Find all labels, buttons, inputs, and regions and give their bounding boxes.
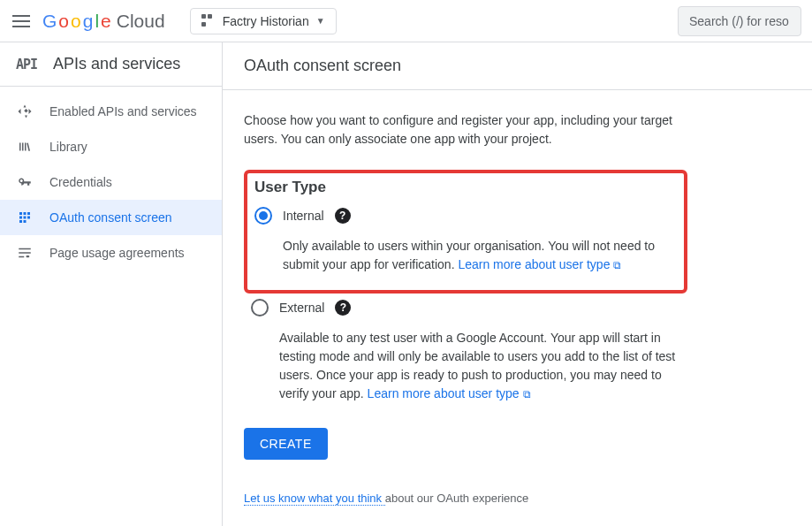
project-name: Factry Historian [223,14,309,28]
radio-option-internal: Internal ? Only available to users withi… [254,207,677,274]
help-icon[interactable]: ? [335,208,351,224]
content-area: OAuth consent screen Choose how you want… [223,42,812,526]
internal-description: Only available to users within your orga… [283,237,677,274]
content-header: OAuth consent screen [223,42,812,90]
create-button[interactable]: CREATE [244,428,328,460]
sidebar-item-library[interactable]: Library [0,129,222,164]
project-selector[interactable]: Factry Historian ▼ [190,8,337,34]
logo-cloud-text: Cloud [117,11,165,32]
highlight-box: User Type Internal ? Only available to u… [244,170,687,293]
consent-icon [16,209,34,226]
library-icon [16,138,34,156]
nav-label: Credentials [49,175,112,189]
search-placeholder: Search (/) for reso [689,14,789,28]
page-title: OAuth consent screen [244,57,791,75]
radio-option-external: External ? Available to any test user wi… [244,299,687,403]
google-cloud-logo[interactable]: Google Cloud [42,11,165,32]
nav-label: OAuth consent screen [49,210,172,225]
nav-label: Page usage agreements [49,246,185,260]
learn-more-internal-link[interactable]: Learn more about user type ⧉ [458,257,621,271]
intro-text: Choose how you want to configure and reg… [244,111,687,149]
nav-label: Library [49,140,87,154]
sidebar-item-credentials[interactable]: Credentials [0,164,222,200]
key-icon [16,173,34,191]
feedback-link[interactable]: Let us know what you think [244,492,385,506]
feedback-text: about our OAuth experience [385,492,529,505]
radio-row: Internal ? [254,207,677,225]
main-container: API APIs and services Enabled APIs and s… [0,42,812,526]
external-link-icon: ⧉ [523,386,531,402]
diamond-icon [16,103,34,120]
gear-icon [16,244,34,262]
external-description: Available to any test user with a Google… [272,329,687,403]
external-link-icon: ⧉ [613,257,621,273]
sidebar-header: API APIs and services [0,42,222,87]
api-icon: API [16,57,37,72]
radio-label-internal: Internal [283,209,324,223]
project-icon [201,14,216,28]
help-icon[interactable]: ? [335,300,351,316]
menu-icon[interactable] [11,11,32,32]
radio-row: External ? [244,299,687,316]
sidebar: API APIs and services Enabled APIs and s… [0,42,223,526]
sidebar-item-oauth-consent[interactable]: OAuth consent screen [0,200,222,235]
radio-external[interactable] [251,299,269,316]
content-body: Choose how you want to configure and reg… [223,90,709,526]
top-header: Google Cloud Factry Historian ▼ Search (… [0,0,812,42]
sidebar-item-enabled-apis[interactable]: Enabled APIs and services [0,94,222,129]
radio-label-external: External [279,301,324,315]
learn-more-external-link[interactable]: Learn more about user type ⧉ [368,386,531,400]
nav-list: Enabled APIs and services Library Creden… [0,87,222,271]
sidebar-item-page-usage[interactable]: Page usage agreements [0,235,222,271]
user-type-heading: User Type [254,179,677,196]
sidebar-title: APIs and services [53,55,180,73]
chevron-down-icon: ▼ [316,16,325,26]
feedback-line: Let us know what you think about our OAu… [244,492,687,505]
nav-label: Enabled APIs and services [49,104,197,118]
search-input[interactable]: Search (/) for reso [678,6,801,36]
radio-internal[interactable] [254,207,272,225]
